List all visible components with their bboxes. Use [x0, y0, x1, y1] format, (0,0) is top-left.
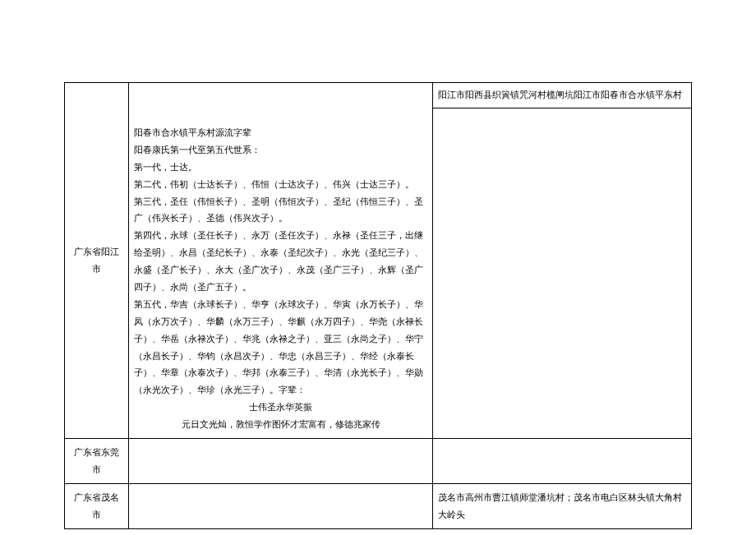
region-label: 广东省东莞市	[74, 447, 119, 474]
region-cell-dongguan: 广东省东莞市	[65, 439, 129, 484]
region-cell-yangjiang: 广东省阳江市	[65, 83, 129, 439]
detail-line: 第四代，永球（圣任长子）、永万（圣任次子）、永禄（圣任三子，出继给圣明）、永昌（…	[134, 227, 427, 296]
region-label: 广东省茂名市	[74, 492, 119, 519]
detail-line: 第一代，士达。	[134, 159, 427, 176]
address-cell-yangjiang-top: 阳江市阳西县织篢镇咒河村榄闸坑阳江市阳春市合水镇平东村	[433, 83, 692, 108]
detail-line: 第五代，华吉（永球长子）、华亨（永球次子）、华寅（永万长子）、华凤（永万次子）、…	[134, 296, 427, 399]
address-text: 茂名市高州市曹江镇师堂潘坑村；茂名市电白区林头镇大角村大岭头	[438, 492, 682, 519]
detail-line: 阳春市合水镇平东村源流字辈	[134, 124, 427, 141]
genealogy-detail: 阳春市合水镇平东村源流字辈 阳春康氏第一代至第五代世系： 第一代，士达。 第二代…	[134, 88, 427, 433]
detail-line: 阳春康氏第一代至第五代世系：	[134, 141, 427, 159]
region-label: 广东省阳江市	[74, 247, 119, 274]
detail-center-line: 士伟圣永华英振	[134, 399, 427, 416]
address-cell-maoming: 茂名市高州市曹江镇师堂潘坑村；茂名市电白区林头镇大角村大岭头	[433, 483, 692, 528]
detail-center-line: 元日文光灿，敦恒学作图怀才宏富有，修德兆家传	[134, 416, 427, 433]
detail-cell-yangjiang: 阳春市合水镇平东村源流字辈 阳春康氏第一代至第五代世系： 第一代，士达。 第二代…	[129, 83, 433, 439]
detail-cell-dongguan	[129, 439, 433, 484]
address-cell-yangjiang-bottom	[433, 108, 692, 438]
address-text: 阳江市阳西县织篢镇咒河村榄闸坑阳江市阳春市合水镇平东村	[438, 90, 682, 99]
detail-line: 第三代，圣任（伟恒长子）、圣明（伟恒次子）、圣纪（伟恒三子）、圣广（伟兴长子）、…	[134, 193, 427, 228]
address-cell-dongguan	[433, 439, 692, 484]
genealogy-table: 广东省阳江市 阳春市合水镇平东村源流字辈 阳春康氏第一代至第五代世系： 第一代，…	[64, 82, 692, 529]
detail-line: 第二代，伟初（士达长子）、伟恒（士达次子）、伟兴（士达三子）。	[134, 176, 427, 193]
region-cell-maoming: 广东省茂名市	[65, 483, 129, 528]
detail-cell-maoming	[129, 483, 433, 528]
